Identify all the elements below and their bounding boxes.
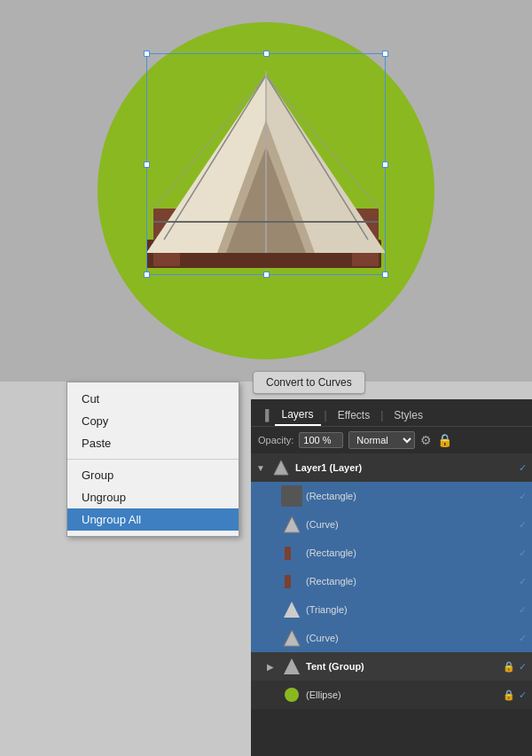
svg-marker-13 bbox=[274, 461, 288, 475]
layer-lock-ellipse: 🔒 bbox=[503, 689, 515, 701]
layer-thumb-layer1 bbox=[270, 457, 292, 478]
convert-to-curves-button[interactable]: Convert to Curves bbox=[253, 371, 365, 394]
layer-check-curve2[interactable]: ✓ bbox=[519, 633, 527, 644]
panel-tabs: ▐ Layers | Effects | Styles bbox=[251, 399, 532, 427]
layer-item-layer1[interactable]: ▼ Layer1 (Layer) ✓ bbox=[251, 453, 532, 482]
layer-thumb-curve2 bbox=[281, 627, 302, 649]
layer-item-curve1[interactable]: (Curve) ✓ bbox=[251, 510, 532, 539]
tab-divider-1: | bbox=[323, 409, 329, 421]
layer-check-rect2[interactable]: ✓ bbox=[519, 547, 527, 559]
gear-icon[interactable]: ⚙ bbox=[420, 433, 432, 447]
opacity-label: Opacity: bbox=[258, 435, 293, 445]
svg-marker-20 bbox=[284, 630, 300, 646]
layer-name-rect2: (Rectangle) bbox=[306, 547, 515, 558]
tent-illustration bbox=[137, 53, 395, 311]
blend-mode-select[interactable]: Normal Multiply Screen Overlay bbox=[348, 431, 415, 449]
layer-thumb-rect1 bbox=[281, 485, 302, 507]
layer-item-rect3[interactable]: (Rectangle) ✓ bbox=[251, 567, 532, 595]
layer-check-ellipse[interactable]: ✓ bbox=[519, 689, 527, 701]
expand-arrow-tent[interactable]: ▶ bbox=[267, 662, 278, 672]
menu-item-cut[interactable]: Cut bbox=[67, 388, 239, 410]
layer-check-rect3[interactable]: ✓ bbox=[519, 576, 527, 587]
lock-icon: 🔒 bbox=[437, 433, 452, 447]
svg-marker-19 bbox=[284, 602, 300, 618]
opacity-row: Opacity: Normal Multiply Screen Overlay … bbox=[251, 427, 532, 453]
layer-check-tent[interactable]: ✓ bbox=[519, 661, 527, 673]
layer-name-layer1: Layer1 (Layer) bbox=[295, 462, 515, 473]
svg-rect-14 bbox=[284, 492, 300, 500]
menu-item-group[interactable]: Group bbox=[67, 464, 239, 486]
layer-thumb-tent bbox=[281, 656, 302, 677]
expand-arrow[interactable]: ▼ bbox=[256, 463, 267, 473]
layer-check-rect1[interactable]: ✓ bbox=[519, 491, 527, 502]
layers-panel: ▐ Layers | Effects | Styles Opacity: Nor… bbox=[251, 399, 532, 756]
svg-rect-17 bbox=[285, 547, 291, 560]
layer-item-triangle[interactable]: (Triangle) ✓ bbox=[251, 595, 532, 624]
tab-layers[interactable]: Layers bbox=[275, 405, 321, 426]
layer-check-triangle[interactable]: ✓ bbox=[519, 604, 527, 616]
layer-name-rect1: (Rectangle) bbox=[306, 491, 515, 501]
svg-marker-15 bbox=[284, 516, 300, 532]
canvas-area bbox=[0, 0, 532, 382]
layer-item-rect2[interactable]: (Rectangle) ✓ bbox=[251, 539, 532, 567]
layer-thumb-triangle bbox=[281, 599, 302, 620]
layer-name-ellipse: (Ellipse) bbox=[306, 689, 499, 700]
opacity-input[interactable] bbox=[299, 432, 343, 448]
tab-divider-2: | bbox=[379, 409, 385, 421]
layer-name-rect3: (Rectangle) bbox=[306, 576, 515, 587]
layer-list: ▼ Layer1 (Layer) ✓ (Rectangle) ✓ bbox=[251, 453, 532, 756]
layer-thumb-rect3 bbox=[281, 571, 302, 592]
menu-separator bbox=[67, 459, 239, 460]
layer-lock-tent: 🔒 bbox=[503, 661, 515, 673]
layer-name-curve2: (Curve) bbox=[306, 633, 515, 643]
menu-item-paste[interactable]: Paste bbox=[67, 432, 239, 454]
menu-item-copy[interactable]: Copy bbox=[67, 410, 239, 432]
svg-point-23 bbox=[285, 688, 299, 702]
tab-effects[interactable]: Effects bbox=[331, 406, 377, 425]
layer-check-layer1[interactable]: ✓ bbox=[519, 462, 527, 474]
svg-marker-22 bbox=[284, 658, 300, 674]
layer-name-triangle: (Triangle) bbox=[306, 604, 515, 615]
layer-item-rect1[interactable]: (Rectangle) ✓ bbox=[251, 482, 532, 510]
layer-thumb-ellipse bbox=[281, 684, 302, 705]
layer-item-ellipse[interactable]: (Ellipse) 🔒 ✓ bbox=[251, 681, 532, 709]
layer-check-curve1[interactable]: ✓ bbox=[519, 519, 527, 531]
layer-thumb-curve1 bbox=[281, 514, 302, 535]
tab-styles[interactable]: Styles bbox=[387, 406, 430, 425]
menu-item-ungroup-all[interactable]: Ungroup All bbox=[67, 508, 239, 531]
context-menu: Cut Copy Paste Group Ungroup Ungroup All bbox=[66, 382, 239, 537]
svg-rect-18 bbox=[285, 575, 291, 588]
layer-thumb-rect2 bbox=[281, 542, 302, 563]
layer-item-tent-group[interactable]: ▶ Tent (Group) 🔒 ✓ bbox=[251, 652, 532, 681]
layer-item-curve2[interactable]: (Curve) ✓ bbox=[251, 624, 532, 652]
layer-name-tent: Tent (Group) bbox=[306, 661, 499, 672]
layer-name-curve1: (Curve) bbox=[306, 519, 515, 530]
menu-item-ungroup[interactable]: Ungroup bbox=[67, 486, 239, 508]
